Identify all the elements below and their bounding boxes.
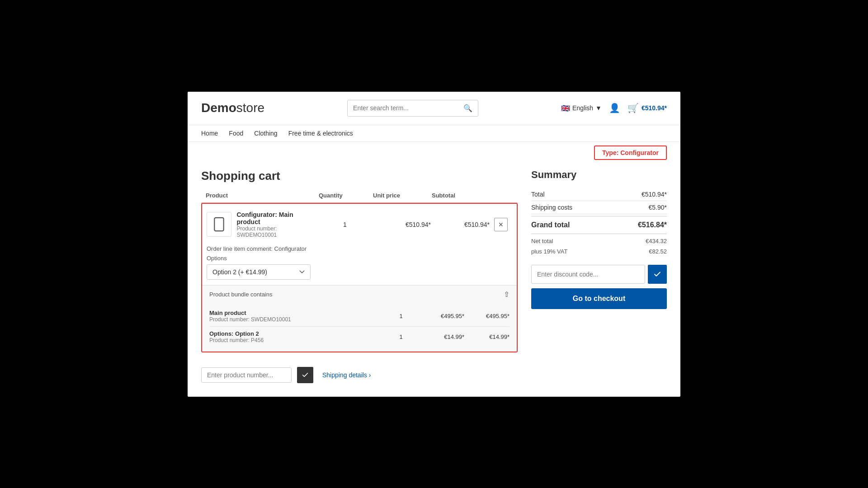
bundle-item-2-qty: 1	[383, 333, 419, 340]
product-name: Configurator: Main product	[237, 211, 318, 225]
header: Demostore 🔍 🇬🇧 English ▼ 👤 🛒 €510.94*	[188, 92, 680, 125]
summary-net-total-value: €434.32	[646, 238, 667, 244]
shipping-link-label: Shipping details	[322, 371, 367, 379]
summary-total-row: Total €510.94*	[531, 188, 667, 201]
subtotal: €510.94*	[431, 221, 490, 228]
summary-grand-total-value: €516.84*	[638, 221, 667, 229]
checkmark-icon	[653, 270, 661, 278]
summary-section: Summary Total €510.94* Shipping costs €5…	[531, 169, 667, 383]
unit-price: €510.94*	[372, 221, 431, 228]
summary-total-label: Total	[531, 191, 545, 198]
type-badge: Type: Configurator	[594, 145, 667, 160]
summary-vat-row: plus 19% VAT €82.52	[531, 246, 667, 257]
bundle-item-2-name: Options: Option 2	[209, 330, 383, 337]
logo-light: store	[236, 101, 264, 115]
product-number-input[interactable]	[201, 367, 292, 383]
summary-grand-total-label: Grand total	[531, 221, 570, 229]
order-comment: Order line item comment: Configurator	[202, 245, 517, 255]
nav-item-electronics[interactable]: Free time & electronics	[288, 130, 353, 137]
logo-bold: Demo	[201, 101, 236, 115]
logo[interactable]: Demostore	[201, 101, 264, 115]
summary-shipping-value: €5.90*	[649, 204, 667, 211]
cart-item-box: Configurator: Main product Product numbe…	[201, 203, 518, 352]
bundle-item-1-number: Product number: SWDEMO10001	[209, 316, 383, 323]
language-label: English	[572, 104, 593, 112]
bundle-item-2-unit-price: €14.99*	[419, 333, 464, 340]
col-actions	[491, 192, 513, 199]
search-bar[interactable]: 🔍	[347, 100, 478, 117]
remove-button[interactable]: ✕	[494, 218, 508, 231]
cart-section: Shopping cart Product Quantity Unit pric…	[201, 169, 518, 383]
bundle-item-1-name: Main product	[209, 310, 383, 316]
chevron-down-icon: ▼	[595, 104, 602, 112]
bundle-items: Main product Product number: SWDEMO10001…	[202, 303, 517, 352]
options-select-container: Option 2 (+ €14.99)	[202, 264, 517, 285]
checkmark-icon	[302, 371, 309, 379]
shipping-details-link[interactable]: Shipping details ›	[322, 371, 371, 379]
options-select[interactable]: Option 2 (+ €14.99)	[207, 264, 311, 280]
summary-shipping-label: Shipping costs	[531, 204, 572, 211]
bundle-item-2-number: Product number: P456	[209, 337, 383, 343]
nav-item-clothing[interactable]: Clothing	[254, 130, 277, 137]
summary-net-total-label: Net total	[531, 238, 553, 244]
summary-grand-total-row: Grand total €516.84*	[531, 216, 667, 234]
bundle-toggle-icon[interactable]: ⇧	[504, 290, 509, 299]
col-subtotal: Subtotal	[432, 192, 491, 199]
bundle-item: Options: Option 2 Product number: P456 1…	[209, 327, 509, 347]
page-title: Shopping cart	[201, 169, 518, 183]
col-quantity: Quantity	[319, 192, 373, 199]
cart-amount: €510.94*	[642, 104, 667, 112]
bundle-section: Product bundle contains ⇧ Main product P…	[202, 285, 517, 352]
discount-apply-button[interactable]	[648, 265, 667, 284]
bottom-row: Shipping details ›	[201, 360, 518, 383]
chevron-right-icon: ›	[369, 371, 371, 379]
bundle-header-title: Product bundle contains	[209, 291, 272, 298]
discount-row	[531, 265, 667, 284]
product-number: Product number: SWDEMO10001	[237, 225, 318, 238]
search-input[interactable]	[353, 104, 463, 112]
quantity: 1	[318, 221, 372, 228]
header-right: 🇬🇧 English ▼ 👤 🛒 €510.94*	[561, 103, 667, 113]
nav-item-food[interactable]: Food	[229, 130, 243, 137]
product-thumbnail	[207, 212, 231, 237]
main-content: Shopping cart Product Quantity Unit pric…	[188, 160, 680, 397]
table-header: Product Quantity Unit price Subtotal	[201, 192, 518, 203]
search-icon[interactable]: 🔍	[463, 104, 472, 113]
checkout-button[interactable]: Go to checkout	[531, 288, 667, 309]
bundle-item-1-unit-price: €495.95*	[419, 313, 464, 319]
product-info: Configurator: Main product Product numbe…	[207, 211, 318, 238]
user-icon[interactable]: 👤	[609, 103, 620, 113]
cart-item-row: Configurator: Main product Product numbe…	[202, 204, 517, 245]
type-badge-container: Type: Configurator	[188, 142, 680, 160]
bundle-item-2-subtotal: €14.99*	[464, 333, 509, 340]
language-selector[interactable]: 🇬🇧 English ▼	[561, 104, 602, 113]
summary-shipping-row: Shipping costs €5.90*	[531, 201, 667, 214]
svg-rect-0	[214, 218, 223, 231]
comment-text: Order line item comment: Configurator	[207, 245, 307, 252]
phone-icon	[211, 216, 227, 232]
summary-total-value: €510.94*	[642, 191, 667, 198]
navigation: Home Food Clothing Free time & electroni…	[188, 125, 680, 142]
bundle-item-2-info: Options: Option 2 Product number: P456	[209, 330, 383, 343]
cart-icon: 🛒	[627, 103, 639, 113]
col-unit-price: Unit price	[373, 192, 432, 199]
summary-title: Summary	[531, 169, 667, 181]
product-details: Configurator: Main product Product numbe…	[237, 211, 318, 238]
confirm-product-button[interactable]	[297, 367, 313, 383]
bundle-header[interactable]: Product bundle contains ⇧	[202, 286, 517, 303]
bundle-item: Main product Product number: SWDEMO10001…	[209, 306, 509, 327]
options-label: Options	[202, 255, 517, 264]
bundle-item-1-info: Main product Product number: SWDEMO10001	[209, 310, 383, 323]
summary-vat-value: €82.52	[649, 248, 667, 255]
summary-vat-label: plus 19% VAT	[531, 248, 567, 255]
bundle-item-1-qty: 1	[383, 313, 419, 319]
flag-icon: 🇬🇧	[561, 104, 570, 113]
nav-item-home[interactable]: Home	[201, 130, 218, 137]
col-product: Product	[206, 192, 319, 199]
summary-net-total-row: Net total €434.32	[531, 236, 667, 246]
bundle-item-1-subtotal: €495.95*	[464, 313, 509, 319]
cart-button[interactable]: 🛒 €510.94*	[627, 103, 667, 113]
discount-input[interactable]	[531, 265, 645, 284]
